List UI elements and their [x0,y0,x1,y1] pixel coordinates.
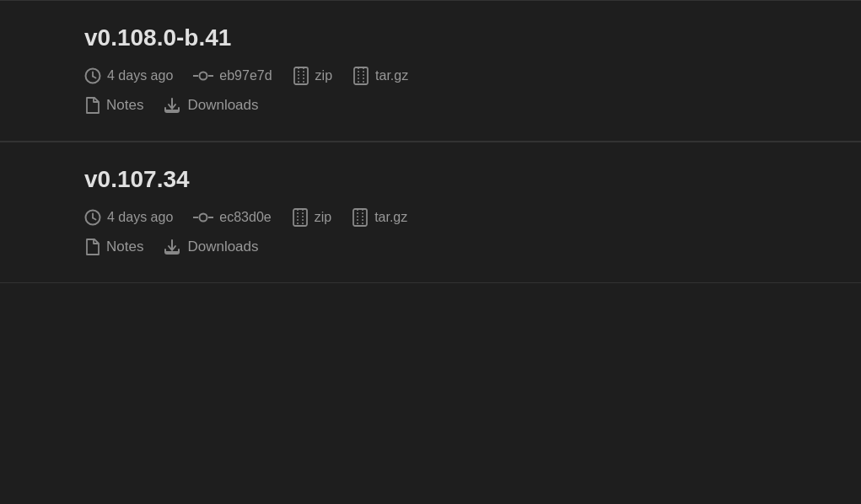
svg-rect-18 [293,209,307,226]
tar-icon [352,67,369,85]
commit-icon [193,212,213,223]
notes-link-0[interactable]: Notes [84,97,143,114]
release-commit-0: eb97e7d [193,68,272,83]
svg-point-4 [200,72,207,80]
notes-label-text-1: Notes [106,239,143,255]
release-meta-0: 4 days ago eb97e7d zip [84,67,827,85]
notes-label-text-0: Notes [106,97,143,114]
zip-icon [293,67,309,85]
release-item-1: v0.107.34 4 days ago ec8 [0,142,861,283]
svg-line-2 [93,77,96,78]
svg-rect-21 [353,209,367,226]
release-time-1: 4 days ago [84,209,173,226]
release-zip-0[interactable]: zip [293,67,332,85]
zip-label-text-1: zip [315,210,331,225]
notes-link-1[interactable]: Notes [84,239,143,255]
time-ago-text-0: 4 days ago [107,68,173,83]
release-commit-1: ec83d0e [193,210,271,225]
downloads-link-0[interactable]: Downloads [164,97,258,114]
zip-icon [292,208,309,227]
release-meta-1: 4 days ago ec83d0e zip [84,208,827,227]
release-time-0: 4 days ago [84,67,173,84]
time-ago-text-1: 4 days ago [107,210,173,225]
release-actions-0: Notes Downloads [84,97,827,114]
svg-line-14 [93,218,96,220]
clock-icon [84,209,101,226]
release-version-0: v0.108.0-b.41 [84,24,827,51]
svg-point-16 [200,214,207,222]
notes-icon [84,239,100,255]
tar-icon [352,208,369,227]
releases-container: v0.108.0-b.41 4 days ago [0,0,861,504]
commit-icon [193,70,213,82]
release-actions-1: Notes Downloads [84,239,827,255]
svg-rect-6 [294,67,308,84]
downloads-label-text-1: Downloads [187,239,258,255]
release-tar-1[interactable]: tar.gz [352,208,407,227]
release-zip-1[interactable]: zip [292,208,331,227]
release-tar-0[interactable]: tar.gz [352,67,408,85]
downloads-icon [164,239,180,255]
zip-label-text-0: zip [315,68,332,83]
svg-rect-9 [354,67,368,84]
downloads-link-1[interactable]: Downloads [164,239,258,255]
tar-label-text-0: tar.gz [375,68,408,83]
tar-label-text-1: tar.gz [374,210,407,225]
downloads-label-text-0: Downloads [187,97,258,114]
release-version-1: v0.107.34 [84,166,827,193]
downloads-icon [164,97,180,114]
notes-icon [84,97,100,114]
commit-hash-text-1: ec83d0e [219,210,271,225]
clock-icon [84,67,101,84]
release-item-0: v0.108.0-b.41 4 days ago [0,0,861,142]
commit-hash-text-0: eb97e7d [219,68,272,83]
